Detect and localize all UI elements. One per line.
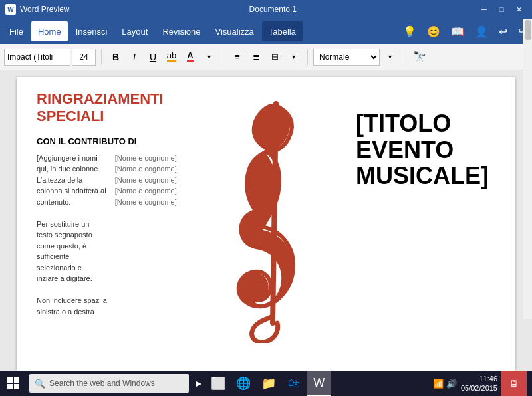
title-bar: W Word Preview Documento 1 ─ □ ✕ [0,0,532,19]
taskbar: 🔍 Search the web and Windows ► ⬜ 🌐 📁 🛍 W… [0,371,532,396]
lightbulb-icon[interactable]: 💡 [400,23,419,41]
start-button[interactable] [0,371,27,396]
win-square-br [14,384,19,389]
menu-item-revisione[interactable]: Revisione [156,21,207,41]
title-bar-controls: ─ □ ✕ [476,2,527,17]
date-display: 05/02/2015 [461,383,497,393]
close-button[interactable]: ✕ [511,2,527,17]
font-size-input[interactable] [72,49,96,66]
body-text-1: [Aggiungere i nomiqui, in due colonne.L'… [37,153,107,318]
word-taskbar-icon[interactable]: W [307,371,331,396]
menu-item-file[interactable]: File [3,21,30,41]
menu-item-home[interactable]: Home [31,21,68,41]
taskbar-icons: ⬜ 🌐 📁 🛍 W [206,371,331,396]
notification-icon[interactable]: 🖥 [501,371,527,396]
numbered-list-button[interactable]: ≣ [247,49,265,66]
ie-icon[interactable]: 🌐 [231,371,255,396]
subsection-title: CON IL CONTRIBUTO DI [37,136,196,146]
app-title: Word Preview [20,5,69,14]
style-group: Normale ▾ [313,49,398,66]
user-icon[interactable]: 👤 [472,23,491,41]
menu-item-visualizza[interactable]: Visualizza [208,21,260,41]
list-group: ≡ ≣ ⊟ ▾ [229,49,302,66]
font-name-input[interactable] [4,49,70,66]
format-group: B I U ab A ▾ [107,49,217,66]
name-3: [Nome e cognome] [115,176,177,184]
content-left: RINGRAZIAMENTI SPECIALI CON IL CONTRIBUT… [37,90,196,322]
indent-button[interactable]: ⊟ [266,49,283,66]
maximize-button[interactable]: □ [493,2,509,17]
task-view-icon[interactable]: ⬜ [206,371,230,396]
windows-logo [7,377,19,389]
menu-item-layout[interactable]: Layout [115,21,154,41]
book-icon[interactable]: 📖 [448,23,467,41]
binoculars-button[interactable]: 🔭 [410,49,430,66]
word-icon: W [5,4,16,15]
bold-button[interactable]: B [107,49,124,66]
minimize-button[interactable]: ─ [476,2,492,17]
scrollbar[interactable] [523,70,532,319]
name-5: [Nome e cognome] [115,198,177,206]
event-title-line2: EVENTO [356,136,454,163]
win-square-tl [7,377,13,383]
name-1: [Nome e cognome] [115,154,177,162]
font-color-label: A [187,51,193,62]
document-title: Documento 1 [69,5,476,14]
name-4: [Nome e cognome] [115,187,177,195]
document-area: RINGRAZIAMENTI SPECIALI CON IL CONTRIBUT… [0,70,532,371]
strikethrough-button[interactable]: ab [163,49,180,66]
font-group [4,49,96,66]
separator-3 [307,49,308,65]
style-select[interactable]: Normale [313,49,380,66]
names-list: [Nome e cognome] [Nome e cognome] [Nome … [115,153,177,318]
clock[interactable]: 11:46 05/02/2015 [461,374,497,393]
explorer-icon[interactable]: 📁 [257,371,281,396]
undo-icon[interactable]: ↩ [496,23,510,41]
taskbar-right: 📶 🔊 11:46 05/02/2015 🖥 [433,371,532,396]
treble-clef [209,90,342,343]
title-bar-left: W Word Preview [5,4,69,15]
event-title-line3: MUSICALE] [356,162,489,189]
style-dropdown[interactable]: ▾ [381,49,398,66]
main-title-line1: RINGRAZIAMENTI [37,90,164,107]
win-square-tr [14,377,19,383]
search-bar[interactable]: 🔍 Search the web and Windows [29,374,189,393]
main-title: RINGRAZIAMENTI SPECIALI [37,90,196,126]
font-color-dropdown[interactable]: ▾ [200,49,217,66]
names-section: [Aggiungere i nomiqui, in due colonne.L'… [37,153,196,323]
network-icon[interactable]: 📶 [433,379,444,389]
underline-button[interactable]: U [144,49,162,66]
italic-button[interactable]: I [126,49,143,66]
smiley-icon[interactable]: 😊 [424,23,443,41]
document-page: RINGRAZIAMENTI SPECIALI CON IL CONTRIBUT… [17,77,515,371]
time-display: 11:46 [461,374,497,383]
cursor-icon: ► [194,378,203,389]
svg-line-0 [273,104,276,323]
content-right: [TITOLO EVENTO MUSICALE] [196,90,489,343]
menu-right-icons: 💡 😊 📖 👤 ↩ ↪ [400,23,529,41]
menu-item-inserisci[interactable]: Inserisci [69,21,114,41]
volume-icon[interactable]: 🔊 [446,379,457,389]
search-text: Search the web and Windows [49,379,155,388]
menu-item-tabella[interactable]: Tabella [262,21,303,41]
store-icon[interactable]: 🛍 [282,371,306,396]
separator-2 [223,49,223,65]
menu-bar: File Home Inserisci Layout Revisione Vis… [0,19,532,44]
strikethrough-label: ab [167,51,176,62]
font-color-button[interactable]: A [182,49,199,66]
name-2: [Nome e cognome] [115,165,177,173]
indent-dropdown[interactable]: ▾ [285,49,302,66]
separator-4 [404,49,404,65]
separator-1 [101,49,102,65]
win-square-bl [7,384,13,389]
main-title-line2: SPECIALI [37,108,104,124]
event-title: [TITOLO EVENTO MUSICALE] [356,110,489,189]
event-title-line1: [TITOLO [356,110,451,137]
search-icon: 🔍 [35,379,45,389]
toolbar: B I U ab A ▾ ≡ ≣ ⊟ ▾ Normale ▾ 🔭 [0,44,532,70]
bullet-list-button[interactable]: ≡ [229,49,246,66]
sys-icons: 📶 🔊 [433,379,457,389]
